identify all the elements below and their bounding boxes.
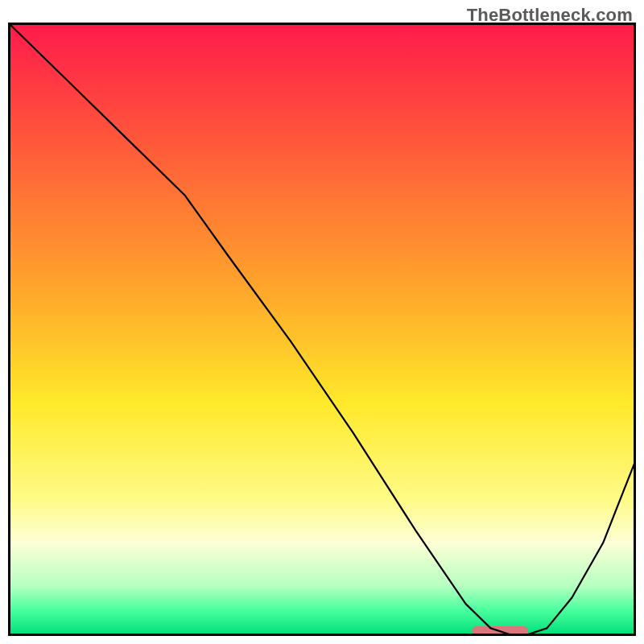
bottleneck-chart xyxy=(8,23,636,636)
watermark-text: TheBottleneck.com xyxy=(467,5,633,26)
chart-container xyxy=(8,23,636,636)
